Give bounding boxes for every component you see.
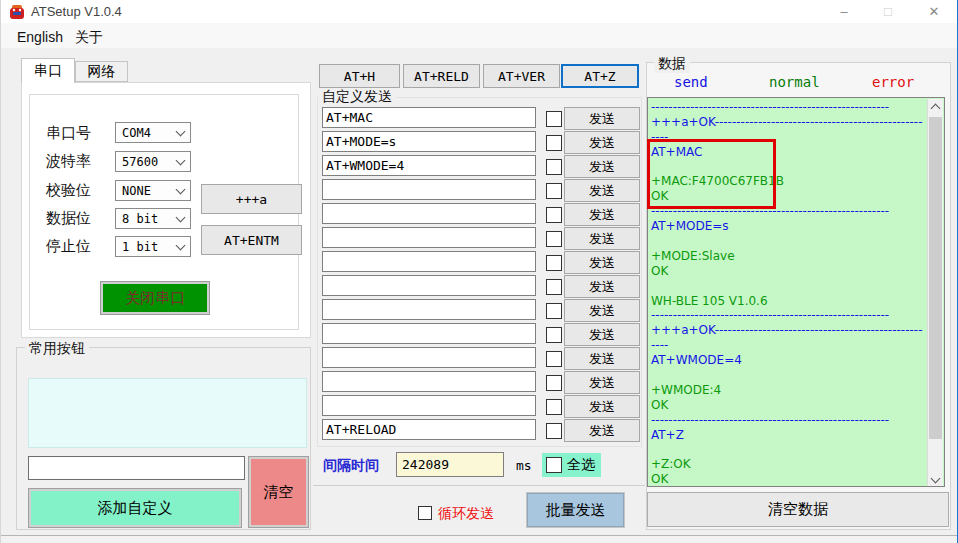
stop-bits-value: 1 bit: [122, 240, 158, 254]
log-line: ----------------------------------------…: [651, 100, 928, 115]
send-button[interactable]: 发送: [564, 395, 640, 418]
row-checkbox[interactable]: [546, 351, 562, 367]
menu-bar: [1, 23, 958, 48]
command-input[interactable]: [322, 227, 536, 248]
command-input[interactable]: [322, 179, 536, 200]
chevron-down-icon: [176, 184, 186, 194]
log-scrollbar[interactable]: [927, 99, 943, 487]
close-button[interactable]: ✕: [917, 0, 951, 23]
custom-send-row: 发送: [317, 227, 642, 249]
quick-button-at-ver[interactable]: AT+VER: [483, 64, 560, 88]
field-label-stop-bits: 停止位: [46, 237, 91, 256]
command-input[interactable]: [322, 323, 536, 344]
row-checkbox[interactable]: [546, 111, 562, 127]
menu-item-about[interactable]: 关于: [71, 27, 107, 49]
interval-unit: ms: [516, 458, 532, 473]
select-all-checkbox[interactable]: [546, 457, 562, 473]
row-checkbox[interactable]: [546, 231, 562, 247]
quick-button-at-z[interactable]: AT+Z: [561, 64, 639, 88]
command-input[interactable]: [322, 203, 536, 224]
log-line: ----: [651, 338, 928, 353]
command-input[interactable]: [322, 275, 536, 296]
scroll-thumb[interactable]: [929, 117, 942, 439]
baud-rate-select[interactable]: 57600: [115, 151, 191, 172]
row-checkbox[interactable]: [546, 303, 562, 319]
add-custom-button[interactable]: 添加自定义: [29, 489, 241, 527]
loop-send-label: 循环发送: [438, 505, 494, 523]
at-entm-button[interactable]: AT+ENTM: [201, 225, 302, 255]
common-buttons-list[interactable]: [28, 378, 307, 448]
custom-command-input[interactable]: [28, 456, 245, 480]
send-button[interactable]: 发送: [564, 371, 640, 394]
command-input[interactable]: [322, 299, 536, 320]
send-button[interactable]: 发送: [564, 251, 640, 274]
log-line: +Z:OK: [651, 457, 928, 472]
scroll-up-icon[interactable]: [928, 99, 943, 114]
send-button[interactable]: 发送: [564, 299, 640, 322]
data-bits-select[interactable]: 8 bit: [115, 208, 191, 229]
log-line: +WMODE:4: [651, 383, 928, 398]
app-window: ATSetup V1.0.4 – □ ✕ English 关于 串口 网络 串口…: [0, 0, 958, 543]
send-button[interactable]: 发送: [564, 155, 640, 178]
row-checkbox[interactable]: [546, 399, 562, 415]
row-checkbox[interactable]: [546, 183, 562, 199]
log-line: AT+WMODE=4: [651, 353, 928, 368]
tab-serial[interactable]: 串口: [21, 58, 75, 83]
parity-select[interactable]: NONE: [115, 180, 191, 201]
command-input[interactable]: [322, 107, 536, 128]
command-input[interactable]: [322, 347, 536, 368]
clear-data-button[interactable]: 清空数据: [647, 492, 949, 527]
log-line: [651, 279, 928, 294]
command-input[interactable]: [322, 419, 536, 440]
row-checkbox[interactable]: [546, 375, 562, 391]
interval-input[interactable]: [396, 452, 504, 477]
row-checkbox[interactable]: [546, 207, 562, 223]
send-button[interactable]: 发送: [564, 227, 640, 250]
title-bar: ATSetup V1.0.4: [1, 0, 958, 23]
close-serial-button[interactable]: 关闭串口: [101, 282, 209, 314]
send-button[interactable]: 发送: [564, 131, 640, 154]
log-line: OK: [651, 398, 928, 413]
chevron-down-icon: [176, 155, 186, 165]
clear-common-button[interactable]: 清空: [249, 457, 308, 527]
common-buttons-title: 常用按钮: [25, 340, 89, 358]
command-input[interactable]: [322, 131, 536, 152]
custom-send-title: 自定义发送: [318, 88, 396, 106]
log-line: OK: [651, 264, 928, 279]
plus-a-button[interactable]: +++a: [201, 184, 302, 214]
command-input[interactable]: [322, 155, 536, 176]
command-input[interactable]: [322, 251, 536, 272]
row-checkbox[interactable]: [546, 159, 562, 175]
row-checkbox[interactable]: [546, 135, 562, 151]
send-button[interactable]: 发送: [564, 419, 640, 442]
send-button[interactable]: 发送: [564, 203, 640, 226]
command-input[interactable]: [322, 371, 536, 392]
row-checkbox[interactable]: [546, 255, 562, 271]
legend-error: error: [872, 74, 914, 90]
stop-bits-select[interactable]: 1 bit: [115, 236, 191, 257]
send-button[interactable]: 发送: [564, 179, 640, 202]
log-line: ----------------------------------------…: [651, 308, 928, 323]
command-input[interactable]: [322, 395, 536, 416]
row-checkbox[interactable]: [546, 327, 562, 343]
send-button[interactable]: 发送: [564, 107, 640, 130]
row-checkbox[interactable]: [546, 423, 562, 439]
batch-send-button[interactable]: 批量发送: [527, 493, 624, 527]
log-line: +MODE:Slave: [651, 249, 928, 264]
scroll-down-icon[interactable]: [928, 472, 943, 487]
send-button[interactable]: 发送: [564, 275, 640, 298]
minimize-button[interactable]: –: [827, 0, 861, 23]
tab-network[interactable]: 网络: [75, 61, 128, 82]
com-port-select[interactable]: COM4: [115, 122, 191, 143]
row-checkbox[interactable]: [546, 279, 562, 295]
loop-send-checkbox[interactable]: [418, 506, 432, 520]
maximize-button[interactable]: □: [871, 0, 905, 23]
send-button[interactable]: 发送: [564, 323, 640, 346]
data-title: 数据: [654, 55, 690, 73]
custom-send-row: 发送: [317, 323, 642, 345]
send-button[interactable]: 发送: [564, 347, 640, 370]
quick-button-at-reld[interactable]: AT+RELD: [403, 64, 480, 88]
custom-send-row: 发送: [317, 179, 642, 201]
menu-item-english[interactable]: English: [13, 27, 67, 47]
quick-button-at-h[interactable]: AT+H: [319, 64, 400, 88]
